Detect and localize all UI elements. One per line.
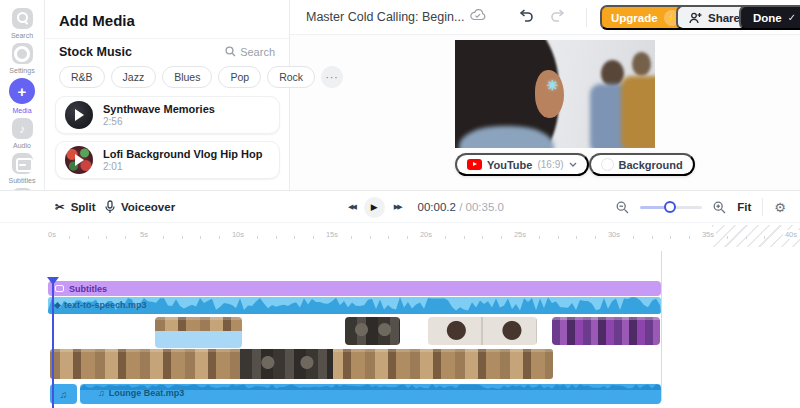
timeline-toolbar: ✂ Split Voiceover ◀◀ ▶ ▶▶ 00:00.2 / 00:3…: [0, 191, 800, 223]
song-play-button[interactable]: [65, 101, 93, 129]
preview-figure: [632, 52, 651, 76]
zoom-in-icon[interactable]: [713, 201, 726, 214]
overlay-video-clip[interactable]: [155, 317, 242, 348]
search-icon: [12, 8, 33, 29]
video-editor-app: Search Settings + Media ♪ Audio Subtitle…: [0, 0, 800, 408]
ruler-tick: 15s: [324, 230, 340, 239]
sidebar-item-audio[interactable]: ♪ Audio: [0, 118, 45, 149]
share-label: Share: [708, 12, 740, 24]
ruler-tick: 0s: [46, 230, 58, 239]
voiceover-button[interactable]: Voiceover: [105, 191, 175, 223]
zoom-out-icon[interactable]: [616, 201, 629, 214]
undo-icon[interactable]: [518, 9, 534, 22]
song-card[interactable]: Synthwave Memories 2:56: [55, 96, 280, 134]
song-duration: 2:01: [103, 161, 263, 172]
total-time: 00:35.0: [466, 201, 504, 213]
background-swatch: [601, 158, 614, 171]
ruler-tick: 35s: [700, 230, 716, 239]
zoom-slider[interactable]: [640, 206, 702, 209]
current-time: 00:00.2: [418, 201, 456, 213]
check-icon: ✓: [788, 12, 796, 23]
background-button[interactable]: Background: [589, 153, 695, 176]
subtitles-track-clip[interactable]: Subtitles: [48, 281, 661, 296]
preview-figure: [621, 76, 655, 148]
sidebar-item-subtitles[interactable]: Subtitles: [0, 153, 45, 184]
overlay-video-clip[interactable]: [552, 317, 660, 345]
ruler-tick: 5s: [138, 230, 150, 239]
sidebar-item-search[interactable]: Search: [0, 8, 45, 39]
voice-clip-label-row: text-to-speech.mp3: [55, 300, 147, 310]
split-button[interactable]: ✂ Split: [55, 191, 96, 223]
song-meta: Lofi Background Vlog Hip Hop 2:01: [103, 148, 263, 172]
redo-icon[interactable]: [550, 9, 566, 22]
ruler-tick: 20s: [418, 230, 434, 239]
genre-pill-jazz[interactable]: Jazz: [111, 66, 157, 88]
add-person-icon: [688, 12, 702, 24]
song-duration: 2:56: [103, 116, 215, 127]
music-clip-label-row: ♫ Lounge Beat.mp3: [98, 388, 184, 398]
ruler-tick: 25s: [512, 230, 528, 239]
section-title: Stock Music: [59, 45, 132, 59]
timeline-settings-icon[interactable]: ⚙: [774, 200, 786, 215]
more-genres-button[interactable]: ···: [321, 66, 343, 88]
genre-pill-rock[interactable]: Rock: [267, 66, 315, 88]
music-clip-label: Lounge Beat.mp3: [109, 388, 185, 398]
divider: [762, 198, 763, 216]
ruler-tick: 30s: [606, 230, 622, 239]
voiceover-audio-clip[interactable]: text-to-speech.mp3: [48, 297, 661, 314]
timeline-tracks: Subtitles text-to-speech.mp3 ♫: [0, 247, 800, 408]
time-display: 00:00.2 / 00:35.0: [418, 201, 504, 213]
zoom-controls: Fit ⚙: [616, 191, 786, 223]
scissors-icon: ✂: [55, 200, 65, 214]
preview-area: ✳ YouTube (16:9) Background: [290, 35, 800, 190]
sidebar-item-media[interactable]: + Media: [0, 78, 45, 114]
clip-audio-part: [155, 331, 242, 348]
fit-button[interactable]: Fit: [737, 201, 751, 213]
sidebar-item-label: Media: [12, 107, 31, 114]
sidebar-item-label: Search: [11, 32, 33, 39]
song-title: Synthwave Memories: [103, 103, 215, 115]
music-clip[interactable]: ♫ Lounge Beat.mp3: [80, 384, 661, 404]
genre-pill-rnb[interactable]: R&B: [59, 66, 105, 88]
sidebar-item-settings[interactable]: Settings: [0, 43, 45, 74]
sidebar-item-label: Audio: [13, 142, 31, 149]
aspect-ratio-button[interactable]: YouTube (16:9): [455, 153, 589, 176]
forward-icon[interactable]: ▶▶: [394, 203, 401, 211]
stock-music-search[interactable]: Search: [225, 46, 275, 58]
upgrade-label: Upgrade: [611, 12, 658, 24]
clip-thumbnails: [155, 317, 242, 331]
clip-dark-segment: [240, 349, 333, 379]
preview-controls: YouTube (16:9) Background: [455, 153, 655, 176]
song-play-button[interactable]: [65, 146, 93, 174]
search-label: Search: [240, 46, 275, 58]
sidebar-item-label: Settings: [9, 67, 34, 74]
search-icon: [225, 46, 236, 57]
project-title[interactable]: Master Cold Calling: Begin...: [306, 10, 464, 24]
genre-pill-pop[interactable]: Pop: [218, 66, 261, 88]
done-button[interactable]: Done ✓: [739, 5, 800, 30]
aspect-ratio-value: (16:9): [537, 159, 563, 170]
play-icon: ▶: [371, 202, 378, 212]
top-bar: Master Cold Calling: Begin... Upgrade ⚡ …: [290, 0, 800, 35]
play-icon: [75, 154, 84, 166]
overlay-video-clip[interactable]: [428, 317, 537, 345]
timeline-ruler[interactable]: 0s 5s 10s 15s 20s 25s 30s 35s 40s: [0, 223, 800, 247]
background-label: Background: [619, 159, 683, 171]
overlay-video-clip[interactable]: [345, 317, 400, 345]
zoom-slider-handle[interactable]: [664, 201, 676, 213]
main-video-clip[interactable]: [50, 349, 553, 379]
sidebar-item-label: Subtitles: [9, 177, 36, 184]
music-note-icon: ♪: [12, 118, 33, 139]
ruler-tick: 40s: [783, 230, 799, 239]
voice-clip-label: text-to-speech.mp3: [64, 300, 147, 310]
playhead[interactable]: [47, 277, 59, 408]
chevron-down-icon: [569, 162, 577, 167]
song-card[interactable]: Lofi Background Vlog Hip Hop 2:01: [55, 141, 280, 179]
youtube-icon: [467, 159, 482, 170]
play-button[interactable]: ▶: [364, 197, 385, 218]
add-media-panel: Add Media Stock Music Search R&B Jazz Bl…: [45, 0, 290, 190]
video-preview[interactable]: ✳: [455, 40, 655, 148]
song-title: Lofi Background Vlog Hip Hop: [103, 148, 263, 160]
genre-pill-blues[interactable]: Blues: [162, 66, 212, 88]
rewind-icon[interactable]: ◀◀: [348, 203, 355, 211]
